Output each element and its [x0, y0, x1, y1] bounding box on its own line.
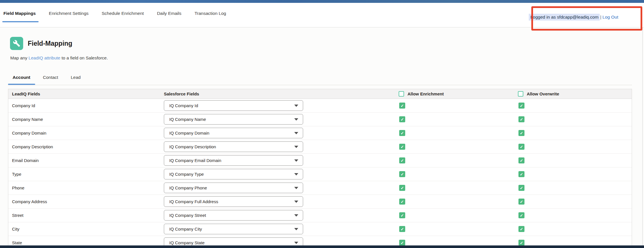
- salesforce-field-dropdown[interactable]: IQ Company Name: [164, 114, 303, 125]
- table-row: Phone IQ Company Phone ✓ ✓: [8, 181, 632, 195]
- nav-tab-enrichment-settings[interactable]: Enrichment Settings: [49, 11, 89, 25]
- checkmark-icon: ✓: [401, 145, 404, 149]
- logged-in-text: Logged in as sfdcapp@leadiq.com: [529, 14, 600, 21]
- salesforce-field-value: IQ Company Email Domain: [169, 158, 294, 163]
- checkmark-icon: ✓: [520, 172, 523, 176]
- allow-enrichment-checkbox[interactable]: ✓: [399, 171, 405, 177]
- salesforce-field-dropdown[interactable]: IQ Company Description: [164, 141, 303, 152]
- checkmark-icon: ✓: [401, 104, 404, 108]
- salesforce-field-value: IQ Company Type: [169, 172, 294, 177]
- allow-enrichment-checkbox[interactable]: ✓: [399, 240, 405, 246]
- allow-enrichment-checkbox[interactable]: ✓: [399, 103, 405, 109]
- checkmark-icon: ✓: [520, 104, 523, 108]
- chevron-down-icon: [294, 105, 298, 107]
- tab-lead[interactable]: Lead: [71, 75, 80, 80]
- allow-overwrite-checkbox[interactable]: ✓: [518, 116, 524, 122]
- allow-enrichment-checkbox[interactable]: ✓: [399, 185, 405, 191]
- salesforce-field-dropdown[interactable]: IQ Company Street: [164, 210, 303, 221]
- allow-overwrite-select-all-checkbox[interactable]: [518, 91, 523, 97]
- allow-overwrite-checkbox[interactable]: ✓: [518, 185, 524, 191]
- allow-overwrite-checkbox[interactable]: ✓: [518, 103, 524, 109]
- salesforce-field-value: IQ Company State: [169, 240, 294, 245]
- chevron-down-icon: [294, 214, 298, 217]
- allow-enrichment-checkbox[interactable]: ✓: [399, 199, 405, 205]
- entity-tabs: Account Contact Lead: [13, 75, 81, 80]
- allow-enrichment-select-all-checkbox[interactable]: [399, 91, 404, 97]
- table-header-row: LeadIQ Fields Salesforce Fields Allow En…: [8, 89, 632, 99]
- allow-enrichment-checkbox[interactable]: ✓: [399, 212, 405, 218]
- column-header-salesforce-fields: Salesforce Fields: [164, 91, 399, 96]
- chevron-down-icon: [294, 173, 298, 175]
- separator: |: [600, 15, 603, 19]
- table-row: Company Domain IQ Company Domain ✓ ✓: [8, 126, 632, 140]
- leadiq-attribute-link[interactable]: LeadIQ attribute: [29, 55, 60, 60]
- log-out-link[interactable]: Log Out: [603, 15, 618, 19]
- checkmark-icon: ✓: [401, 131, 404, 135]
- subtitle-suffix: to a field on Salesforce.: [60, 55, 108, 60]
- field-mapping-table: LeadIQ Fields Salesforce Fields Allow En…: [8, 89, 632, 248]
- checkmark-icon: ✓: [520, 227, 523, 231]
- nav-tab-daily-emails[interactable]: Daily Emails: [157, 11, 181, 25]
- nav-tab-transaction-log[interactable]: Transaction Log: [194, 11, 226, 25]
- allow-overwrite-checkbox[interactable]: ✓: [518, 240, 524, 246]
- tab-contact[interactable]: Contact: [43, 75, 58, 80]
- column-header-allow-enrichment: Allow Enrichment: [408, 91, 444, 96]
- allow-overwrite-checkbox[interactable]: ✓: [518, 130, 524, 136]
- checkmark-icon: ✓: [520, 145, 523, 149]
- checkmark-icon: ✓: [520, 131, 523, 135]
- chevron-down-icon: [294, 132, 298, 134]
- allow-overwrite-checkbox[interactable]: ✓: [518, 212, 524, 218]
- chevron-down-icon: [294, 187, 298, 189]
- salesforce-field-value: IQ Company Id: [169, 103, 294, 108]
- allow-overwrite-checkbox[interactable]: ✓: [518, 226, 524, 232]
- leadiq-field-label: Company Address: [8, 199, 164, 204]
- allow-enrichment-checkbox[interactable]: ✓: [399, 130, 405, 136]
- allow-enrichment-checkbox[interactable]: ✓: [399, 157, 405, 163]
- allow-overwrite-checkbox[interactable]: ✓: [518, 157, 524, 163]
- allow-enrichment-checkbox[interactable]: ✓: [399, 116, 405, 122]
- salesforce-field-dropdown[interactable]: IQ Company Full Address: [164, 196, 303, 207]
- session-status: Logged in as sfdcapp@leadiq.com|Log Out: [529, 15, 618, 20]
- leadiq-field-label: Email Domain: [8, 158, 164, 163]
- page-content: Field-Mapping Map any LeadIQ attribute t…: [0, 27, 644, 248]
- leadiq-field-label: City: [8, 227, 164, 231]
- allow-overwrite-checkbox[interactable]: ✓: [518, 199, 524, 205]
- checkmark-icon: ✓: [401, 213, 404, 217]
- leadiq-field-label: Company Id: [8, 103, 164, 108]
- allow-enrichment-checkbox[interactable]: ✓: [399, 144, 405, 150]
- table-row: Street IQ Company Street ✓ ✓: [8, 209, 632, 222]
- salesforce-field-dropdown[interactable]: IQ Company City: [164, 224, 303, 234]
- tab-account[interactable]: Account: [13, 75, 30, 80]
- checkmark-icon: ✓: [401, 186, 404, 190]
- field-mapping-rows: Company Id IQ Company Id ✓ ✓ Company Nam…: [8, 99, 632, 248]
- allow-overwrite-checkbox[interactable]: ✓: [518, 144, 524, 150]
- table-row: Company Address IQ Company Full Address …: [8, 195, 632, 209]
- salesforce-field-dropdown[interactable]: IQ Company Email Domain: [164, 155, 303, 166]
- page-title: Field-Mapping: [28, 40, 72, 47]
- allow-overwrite-checkbox[interactable]: ✓: [518, 171, 524, 177]
- salesforce-field-dropdown[interactable]: IQ Company Phone: [164, 183, 303, 193]
- checkmark-icon: ✓: [520, 213, 523, 217]
- leadiq-field-label: Type: [8, 172, 164, 177]
- leadiq-field-label: Company Name: [8, 117, 164, 122]
- chevron-down-icon: [294, 201, 298, 203]
- scrollbar[interactable]: [642, 27, 643, 248]
- salesforce-field-dropdown[interactable]: IQ Company Domain: [164, 128, 303, 138]
- subtitle-prefix: Map any: [10, 55, 29, 60]
- leadiq-field-label: Company Domain: [8, 131, 164, 135]
- checkmark-icon: ✓: [401, 159, 404, 163]
- leadiq-field-label: State: [8, 240, 164, 245]
- salesforce-field-dropdown[interactable]: IQ Company Id: [164, 100, 303, 111]
- salesforce-field-value: IQ Company Description: [169, 144, 294, 149]
- leadiq-field-label: Street: [8, 213, 164, 218]
- chevron-down-icon: [294, 159, 298, 162]
- nav-tab-schedule-enrichment[interactable]: Schedule Enrichment: [102, 11, 144, 25]
- checkmark-icon: ✓: [401, 200, 404, 204]
- column-header-allow-overwrite: Allow Overwrite: [527, 91, 559, 96]
- allow-enrichment-checkbox[interactable]: ✓: [399, 226, 405, 232]
- chevron-down-icon: [294, 146, 298, 148]
- checkmark-icon: ✓: [520, 186, 523, 190]
- chevron-down-icon: [294, 242, 298, 244]
- nav-tab-field-mappings[interactable]: Field Mappings: [3, 11, 36, 25]
- salesforce-field-dropdown[interactable]: IQ Company Type: [164, 169, 303, 179]
